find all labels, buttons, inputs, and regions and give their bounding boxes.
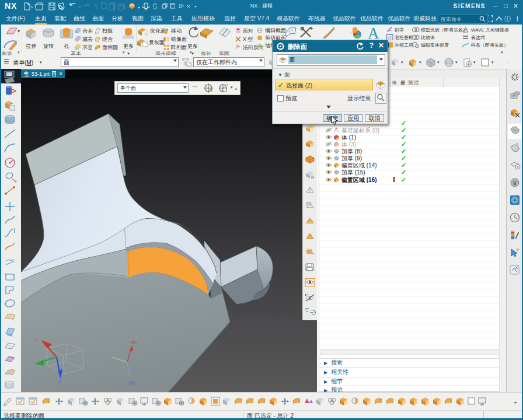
- svg-text:ZC: ZC: [129, 380, 135, 386]
- svg-text:Z: Z: [58, 379, 61, 383]
- svg-text:X: X: [35, 338, 38, 342]
- svg-text:XC: XC: [131, 340, 138, 345]
- svg-text:Y: Y: [69, 345, 72, 349]
- svg-text:LY: LY: [387, 36, 392, 40]
